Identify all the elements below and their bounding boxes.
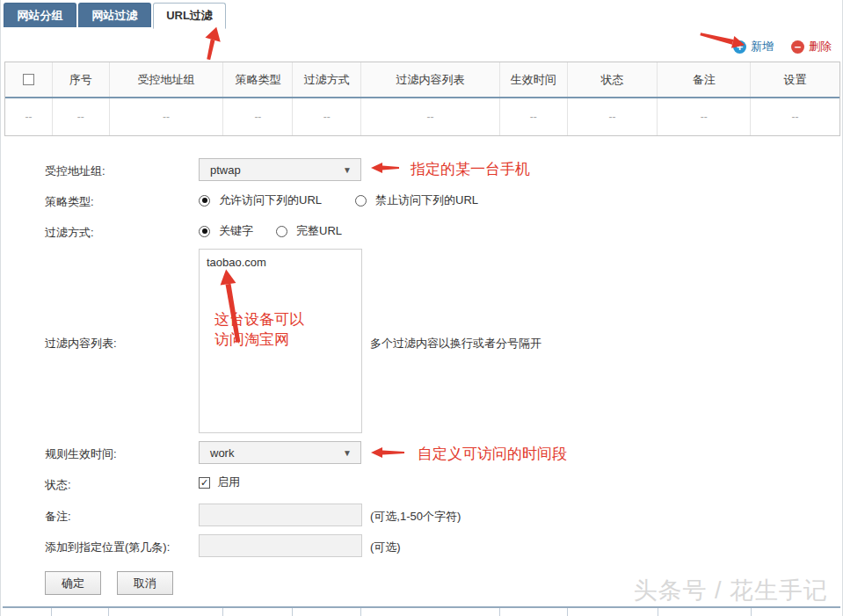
address-group-select[interactable]: ptwap ▼ (199, 158, 361, 181)
position-label: 添加到指定位置(第几条): (45, 540, 170, 555)
watermark: 头条号 / 花生手记 (633, 575, 828, 606)
address-group-label: 受控地址组: (45, 163, 105, 179)
radio-keyword[interactable] (199, 226, 210, 237)
url-filter-table: 序号 受控地址组 策略类型 过滤方式 过滤内容列表 生效时间 状态 备注 设置 … (4, 62, 840, 136)
annotation-arrow-time-icon (371, 446, 404, 459)
row-cell: -- (292, 98, 360, 135)
bottom-tick (499, 608, 500, 616)
column-header-policy-type: 策略类型 (222, 62, 292, 97)
bottom-tick (751, 608, 752, 616)
column-header-status: 状态 (567, 62, 658, 97)
row-cell: -- (750, 98, 839, 135)
annotation-content-note-line2: 访问淘宝网 (214, 330, 304, 350)
bottom-tick (51, 608, 52, 616)
column-header-remark: 备注 (657, 62, 750, 97)
minus-circle-icon: − (791, 40, 804, 54)
bottom-divider (3, 606, 840, 608)
annotation-content-note: 这台设备可以 访问淘宝网 (214, 309, 304, 350)
column-header-content-list: 过滤内容列表 (360, 62, 499, 97)
chevron-down-icon: ▼ (343, 165, 352, 175)
policy-type-options: 允许访问下列的URL 禁止访问下列的URL (199, 192, 478, 208)
tab-website-group[interactable]: 网站分组 (4, 3, 76, 27)
column-header-address-group: 受控地址组 (109, 62, 223, 97)
column-header-filter-mode: 过滤方式 (292, 62, 360, 97)
bottom-tick (567, 608, 568, 616)
row-cell: -- (109, 98, 223, 135)
select-all-checkbox[interactable] (23, 74, 34, 85)
position-hint: (可选) (370, 540, 401, 555)
bottom-tick (292, 608, 293, 616)
content-list-label: 过滤内容列表: (45, 336, 117, 351)
annotation-arrow-address-group-icon (371, 162, 399, 174)
delete-button[interactable]: − 删除 (791, 39, 832, 54)
ok-button[interactable]: 确定 (45, 571, 101, 595)
chevron-down-icon: ▼ (343, 448, 352, 458)
header-checkbox-cell (5, 62, 52, 97)
effective-time-label: 规则生效时间: (45, 446, 117, 462)
row-cell: -- (567, 98, 658, 135)
remark-hint: (可选,1-50个字符) (370, 509, 461, 525)
row-cell: -- (499, 98, 567, 135)
delete-button-label: 删除 (809, 39, 832, 54)
remark-input[interactable] (199, 504, 362, 526)
enable-checkbox[interactable]: ✓ (199, 477, 210, 489)
tab-bar: 网站分组 网站过滤 URL过滤 (4, 3, 226, 29)
url-filter-page: 网站分组 网站过滤 URL过滤 + 新增 − 删除 序号 受控地址组 策略类型 … (0, 0, 843, 616)
policy-type-label: 策略类型: (45, 194, 94, 210)
effective-time-select-value: work (210, 446, 234, 460)
annotation-arrow-tab-icon (198, 26, 226, 60)
annotation-content-note-line1: 这台设备可以 (214, 309, 304, 330)
bottom-tick (108, 608, 109, 616)
tab-url-filter[interactable]: URL过滤 (153, 3, 226, 29)
row-cell: -- (657, 98, 750, 135)
cancel-button[interactable]: 取消 (117, 571, 173, 595)
status-row: ✓ 启用 (199, 475, 240, 490)
bottom-tick (222, 608, 223, 616)
toolbar: + 新增 − 删除 (733, 39, 832, 54)
filter-mode-options: 关键字 完整URL (199, 223, 342, 239)
remark-label: 备注: (45, 509, 71, 525)
annotation-arrow-add-icon (700, 29, 745, 50)
table-header-row: 序号 受控地址组 策略类型 过滤方式 过滤内容列表 生效时间 状态 备注 设置 (5, 62, 839, 98)
radio-allow-url[interactable] (199, 195, 210, 207)
position-input[interactable] (199, 534, 362, 557)
column-header-settings: 设置 (750, 62, 839, 97)
radio-full-url-label: 完整URL (296, 223, 342, 239)
bottom-tick (360, 608, 361, 616)
effective-time-select[interactable]: work ▼ (199, 441, 361, 464)
status-label: 状态: (45, 477, 71, 493)
address-group-select-value: ptwap (210, 163, 241, 177)
bottom-tick (658, 608, 658, 616)
annotation-time-note: 自定义可访问的时间段 (418, 444, 567, 464)
radio-keyword-label: 关键字 (219, 223, 253, 239)
radio-full-url[interactable] (276, 226, 287, 237)
row-cell: -- (52, 98, 109, 135)
column-header-index: 序号 (52, 62, 109, 97)
radio-deny-url-label: 禁止访问下列的URL (375, 192, 478, 208)
column-header-effective-time: 生效时间 (499, 62, 567, 97)
row-cell: -- (222, 98, 292, 135)
enable-checkbox-label: 启用 (217, 475, 240, 490)
radio-allow-url-label: 允许访问下列的URL (219, 192, 322, 208)
filter-mode-label: 过滤方式: (45, 225, 94, 241)
add-button-label: 新增 (751, 39, 774, 54)
row-cell: -- (5, 98, 52, 135)
annotation-address-group-note: 指定的某一台手机 (411, 159, 530, 179)
content-hint: 多个过滤内容以换行或者分号隔开 (370, 336, 541, 351)
table-row: -- -- -- -- -- -- -- -- -- -- (5, 98, 839, 135)
radio-deny-url[interactable] (355, 195, 367, 207)
tab-website-filter[interactable]: 网站过滤 (78, 3, 151, 27)
row-cell: -- (360, 98, 499, 135)
filter-content-value: taobao.com (207, 256, 266, 269)
